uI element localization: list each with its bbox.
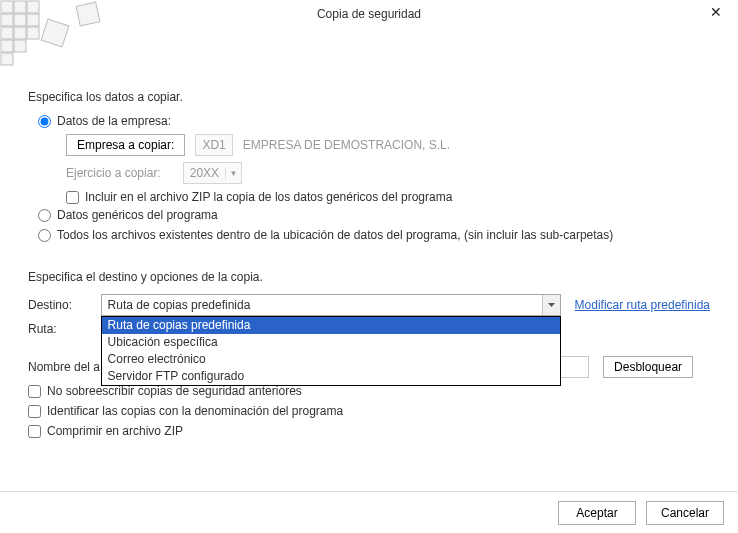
no-overwrite-checkbox[interactable]: [28, 385, 41, 398]
radio-company-data[interactable]: Datos de la empresa:: [38, 114, 710, 128]
close-icon[interactable]: ✕: [704, 4, 728, 20]
modify-path-link[interactable]: Modificar ruta predefinida: [575, 298, 710, 312]
accept-button[interactable]: Aceptar: [558, 501, 636, 525]
chevron-down-icon: ▼: [225, 167, 241, 180]
section1-label: Especifica los datos a copiar.: [28, 90, 710, 104]
zip-label: Comprimir en archivo ZIP: [47, 424, 183, 438]
destino-option[interactable]: Ruta de copias predefinida: [102, 317, 560, 334]
identify-row[interactable]: Identificar las copias con la denominaci…: [28, 404, 710, 418]
chevron-down-icon[interactable]: [542, 295, 560, 315]
filename-label: Nombre del a: [28, 360, 100, 374]
destino-combobox[interactable]: Ruta de copias predefinida Ruta de copia…: [101, 294, 561, 316]
zip-row[interactable]: Comprimir en archivo ZIP: [28, 424, 710, 438]
include-generic-checkbox-row[interactable]: Incluir en el archivo ZIP la copia de lo…: [66, 190, 710, 204]
radio-generic-label: Datos genéricos del programa: [57, 208, 218, 222]
destino-option[interactable]: Correo electrónico: [102, 351, 560, 368]
radio-company-input[interactable]: [38, 115, 51, 128]
year-value: 20XX: [184, 163, 225, 183]
company-code-field: XD1: [195, 134, 232, 156]
section2-label: Especifica el destino y opciones de la c…: [28, 270, 710, 284]
destino-option[interactable]: Ubicación específica: [102, 334, 560, 351]
radio-generic-input[interactable]: [38, 209, 51, 222]
zip-checkbox[interactable]: [28, 425, 41, 438]
destino-dropdown: Ruta de copias predefinida Ubicación esp…: [101, 316, 561, 386]
radio-all-input[interactable]: [38, 229, 51, 242]
destino-value: Ruta de copias predefinida: [102, 295, 542, 315]
include-generic-label: Incluir en el archivo ZIP la copia de lo…: [85, 190, 452, 204]
identify-label: Identificar las copias con la denominaci…: [47, 404, 343, 418]
company-name-text: EMPRESA DE DEMOSTRACION, S.L.: [243, 138, 450, 152]
radio-generic-data[interactable]: Datos genéricos del programa: [38, 208, 710, 222]
radio-all-label: Todos los archivos existentes dentro de …: [57, 228, 613, 242]
year-select[interactable]: 20XX ▼: [183, 162, 242, 184]
include-generic-checkbox[interactable]: [66, 191, 79, 204]
dialog-footer: Aceptar Cancelar: [0, 491, 738, 533]
destino-option[interactable]: Servidor FTP configurado: [102, 368, 560, 385]
dialog-title: Copia de seguridad: [317, 7, 421, 21]
ruta-label: Ruta:: [28, 322, 103, 336]
cancel-button[interactable]: Cancelar: [646, 501, 724, 525]
destino-label: Destino:: [28, 298, 101, 312]
year-label: Ejercicio a copiar:: [66, 166, 161, 180]
radio-company-label: Datos de la empresa:: [57, 114, 171, 128]
unlock-button[interactable]: Desbloquear: [603, 356, 693, 378]
no-overwrite-label: No sobreescribir copias de seguridad ant…: [47, 384, 302, 398]
identify-checkbox[interactable]: [28, 405, 41, 418]
no-overwrite-row[interactable]: No sobreescribir copias de seguridad ant…: [28, 384, 710, 398]
company-select-button[interactable]: Empresa a copiar:: [66, 134, 185, 156]
radio-all-files[interactable]: Todos los archivos existentes dentro de …: [38, 228, 710, 242]
